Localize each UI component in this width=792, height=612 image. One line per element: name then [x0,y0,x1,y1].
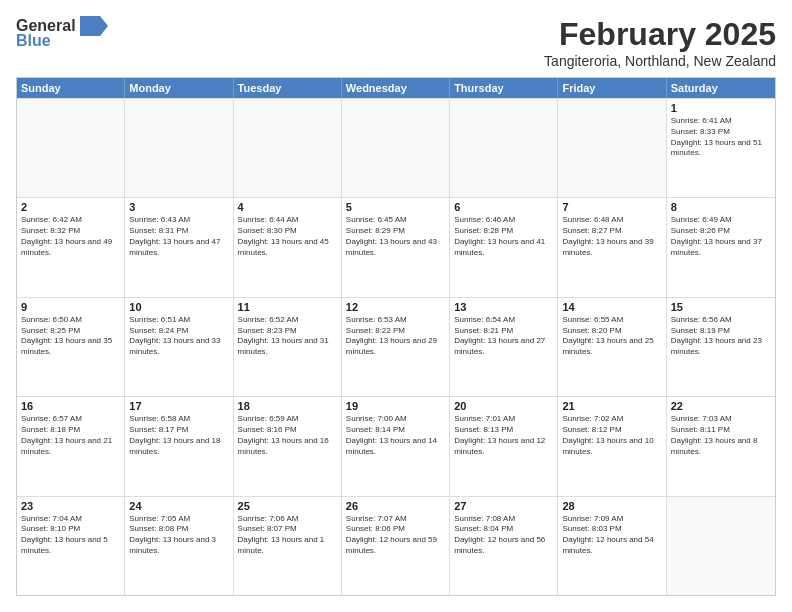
calendar-cell [234,99,342,197]
calendar-cell: 26Sunrise: 7:07 AMSunset: 8:06 PMDayligh… [342,497,450,595]
sun-info: Sunrise: 6:46 AMSunset: 8:28 PMDaylight:… [454,215,553,258]
calendar-cell: 4Sunrise: 6:44 AMSunset: 8:30 PMDaylight… [234,198,342,296]
calendar-cell: 9Sunrise: 6:50 AMSunset: 8:25 PMDaylight… [17,298,125,396]
calendar-cell [17,99,125,197]
day-number: 8 [671,201,771,213]
calendar-cell: 12Sunrise: 6:53 AMSunset: 8:22 PMDayligh… [342,298,450,396]
header-wednesday: Wednesday [342,78,450,98]
logo-blue: Blue [16,32,51,50]
sun-info: Sunrise: 7:00 AMSunset: 8:14 PMDaylight:… [346,414,445,457]
day-number: 12 [346,301,445,313]
header: General Blue February 2025 Tangiteroria,… [16,16,776,69]
day-number: 5 [346,201,445,213]
sun-info: Sunrise: 6:48 AMSunset: 8:27 PMDaylight:… [562,215,661,258]
calendar-cell: 28Sunrise: 7:09 AMSunset: 8:03 PMDayligh… [558,497,666,595]
day-number: 20 [454,400,553,412]
sun-info: Sunrise: 6:52 AMSunset: 8:23 PMDaylight:… [238,315,337,358]
sun-info: Sunrise: 6:53 AMSunset: 8:22 PMDaylight:… [346,315,445,358]
calendar-cell: 19Sunrise: 7:00 AMSunset: 8:14 PMDayligh… [342,397,450,495]
day-number: 17 [129,400,228,412]
calendar-week-2: 2Sunrise: 6:42 AMSunset: 8:32 PMDaylight… [17,197,775,296]
sun-info: Sunrise: 7:09 AMSunset: 8:03 PMDaylight:… [562,514,661,557]
sun-info: Sunrise: 7:03 AMSunset: 8:11 PMDaylight:… [671,414,771,457]
calendar: Sunday Monday Tuesday Wednesday Thursday… [16,77,776,596]
sun-info: Sunrise: 6:50 AMSunset: 8:25 PMDaylight:… [21,315,120,358]
header-thursday: Thursday [450,78,558,98]
day-number: 24 [129,500,228,512]
calendar-cell: 23Sunrise: 7:04 AMSunset: 8:10 PMDayligh… [17,497,125,595]
day-number: 18 [238,400,337,412]
day-number: 4 [238,201,337,213]
calendar-week-5: 23Sunrise: 7:04 AMSunset: 8:10 PMDayligh… [17,496,775,595]
calendar-cell: 8Sunrise: 6:49 AMSunset: 8:26 PMDaylight… [667,198,775,296]
calendar-cell: 1Sunrise: 6:41 AMSunset: 8:33 PMDaylight… [667,99,775,197]
day-number: 1 [671,102,771,114]
logo-icon [80,16,108,36]
day-number: 6 [454,201,553,213]
calendar-cell: 25Sunrise: 7:06 AMSunset: 8:07 PMDayligh… [234,497,342,595]
header-friday: Friday [558,78,666,98]
sun-info: Sunrise: 7:05 AMSunset: 8:08 PMDaylight:… [129,514,228,557]
calendar-cell: 2Sunrise: 6:42 AMSunset: 8:32 PMDaylight… [17,198,125,296]
sun-info: Sunrise: 6:43 AMSunset: 8:31 PMDaylight:… [129,215,228,258]
day-number: 13 [454,301,553,313]
calendar-cell: 7Sunrise: 6:48 AMSunset: 8:27 PMDaylight… [558,198,666,296]
sun-info: Sunrise: 6:45 AMSunset: 8:29 PMDaylight:… [346,215,445,258]
day-number: 21 [562,400,661,412]
sun-info: Sunrise: 7:04 AMSunset: 8:10 PMDaylight:… [21,514,120,557]
sun-info: Sunrise: 6:57 AMSunset: 8:18 PMDaylight:… [21,414,120,457]
calendar-cell: 11Sunrise: 6:52 AMSunset: 8:23 PMDayligh… [234,298,342,396]
calendar-cell [342,99,450,197]
day-number: 28 [562,500,661,512]
sun-info: Sunrise: 7:06 AMSunset: 8:07 PMDaylight:… [238,514,337,557]
day-number: 7 [562,201,661,213]
day-number: 14 [562,301,661,313]
sun-info: Sunrise: 6:44 AMSunset: 8:30 PMDaylight:… [238,215,337,258]
header-tuesday: Tuesday [234,78,342,98]
calendar-cell [125,99,233,197]
page: General Blue February 2025 Tangiteroria,… [0,0,792,612]
title-block: February 2025 Tangiteroria, Northland, N… [544,16,776,69]
sun-info: Sunrise: 6:59 AMSunset: 8:16 PMDaylight:… [238,414,337,457]
calendar-cell: 17Sunrise: 6:58 AMSunset: 8:17 PMDayligh… [125,397,233,495]
calendar-title: February 2025 [544,16,776,53]
sun-info: Sunrise: 6:42 AMSunset: 8:32 PMDaylight:… [21,215,120,258]
sun-info: Sunrise: 6:51 AMSunset: 8:24 PMDaylight:… [129,315,228,358]
day-number: 3 [129,201,228,213]
calendar-week-3: 9Sunrise: 6:50 AMSunset: 8:25 PMDaylight… [17,297,775,396]
calendar-cell: 24Sunrise: 7:05 AMSunset: 8:08 PMDayligh… [125,497,233,595]
day-number: 15 [671,301,771,313]
svg-marker-0 [80,16,108,36]
header-monday: Monday [125,78,233,98]
sun-info: Sunrise: 6:55 AMSunset: 8:20 PMDaylight:… [562,315,661,358]
sun-info: Sunrise: 6:41 AMSunset: 8:33 PMDaylight:… [671,116,771,159]
calendar-cell [450,99,558,197]
day-number: 23 [21,500,120,512]
sun-info: Sunrise: 7:07 AMSunset: 8:06 PMDaylight:… [346,514,445,557]
calendar-cell: 6Sunrise: 6:46 AMSunset: 8:28 PMDaylight… [450,198,558,296]
day-number: 27 [454,500,553,512]
calendar-cell: 13Sunrise: 6:54 AMSunset: 8:21 PMDayligh… [450,298,558,396]
day-number: 11 [238,301,337,313]
day-number: 9 [21,301,120,313]
day-number: 16 [21,400,120,412]
calendar-cell: 21Sunrise: 7:02 AMSunset: 8:12 PMDayligh… [558,397,666,495]
day-number: 2 [21,201,120,213]
calendar-week-4: 16Sunrise: 6:57 AMSunset: 8:18 PMDayligh… [17,396,775,495]
calendar-subtitle: Tangiteroria, Northland, New Zealand [544,53,776,69]
header-saturday: Saturday [667,78,775,98]
day-number: 22 [671,400,771,412]
calendar-cell: 15Sunrise: 6:56 AMSunset: 8:19 PMDayligh… [667,298,775,396]
day-number: 26 [346,500,445,512]
day-number: 10 [129,301,228,313]
calendar-cell: 3Sunrise: 6:43 AMSunset: 8:31 PMDaylight… [125,198,233,296]
calendar-cell: 10Sunrise: 6:51 AMSunset: 8:24 PMDayligh… [125,298,233,396]
calendar-cell: 14Sunrise: 6:55 AMSunset: 8:20 PMDayligh… [558,298,666,396]
logo: General Blue [16,16,108,50]
calendar-header: Sunday Monday Tuesday Wednesday Thursday… [17,78,775,98]
sun-info: Sunrise: 7:01 AMSunset: 8:13 PMDaylight:… [454,414,553,457]
header-sunday: Sunday [17,78,125,98]
calendar-cell: 27Sunrise: 7:08 AMSunset: 8:04 PMDayligh… [450,497,558,595]
calendar-cell: 22Sunrise: 7:03 AMSunset: 8:11 PMDayligh… [667,397,775,495]
calendar-week-1: 1Sunrise: 6:41 AMSunset: 8:33 PMDaylight… [17,98,775,197]
